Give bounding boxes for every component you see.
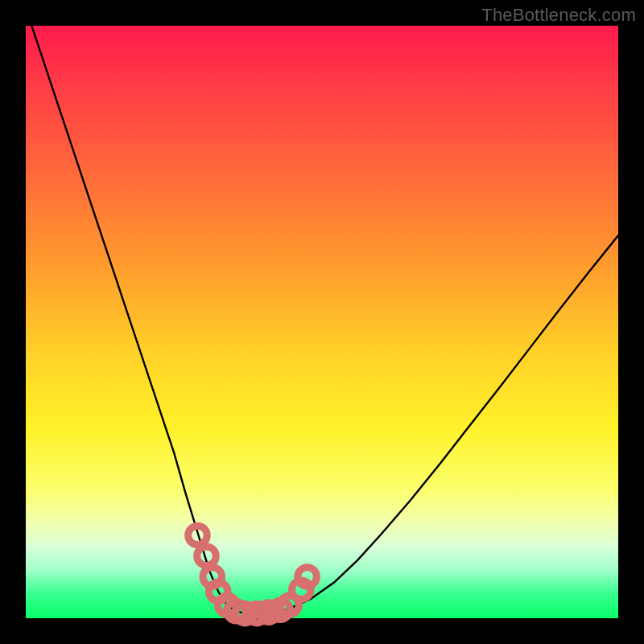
chart-svg xyxy=(26,26,618,618)
plot-area xyxy=(26,26,618,618)
curve-marker xyxy=(197,547,217,566)
curve-marker xyxy=(298,568,317,587)
bottleneck-curve xyxy=(31,26,618,613)
curve-markers xyxy=(188,526,317,623)
watermark-text: TheBottleneck.com xyxy=(481,5,636,26)
chart-frame: TheBottleneck.com xyxy=(0,0,644,644)
